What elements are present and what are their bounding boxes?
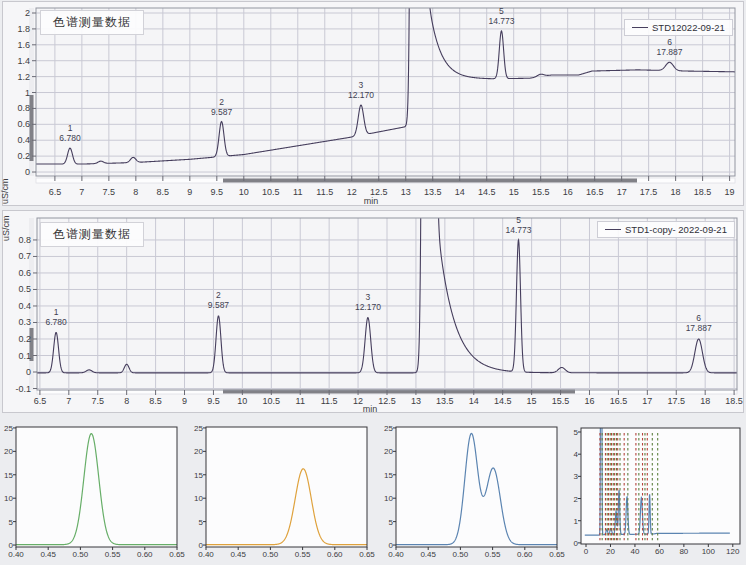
svg-text:14.773: 14.773 [505, 225, 531, 235]
chart-1-title: 色谱测量数据 [40, 10, 144, 35]
svg-text:0: 0 [9, 541, 14, 550]
svg-text:2: 2 [574, 495, 579, 504]
svg-text:8.5: 8.5 [157, 187, 170, 197]
h-scrollbar[interactable] [36, 178, 735, 183]
svg-text:0.65: 0.65 [549, 550, 565, 559]
svg-text:20: 20 [606, 547, 615, 556]
svg-text:0.7: 0.7 [18, 251, 31, 261]
svg-text:0.5: 0.5 [18, 284, 31, 294]
svg-text:9: 9 [182, 396, 187, 406]
svg-text:-0.1: -0.1 [15, 384, 31, 394]
mini-plot-markers-canvas: 020406080100120012345 [570, 420, 746, 565]
svg-text:4: 4 [574, 450, 579, 459]
svg-text:5: 5 [9, 518, 14, 527]
svg-text:10: 10 [239, 187, 249, 197]
svg-text:9.5: 9.5 [211, 187, 224, 197]
y-axis-unit-label: uS/cm [0, 178, 10, 204]
svg-text:12: 12 [353, 396, 363, 406]
svg-text:14.5: 14.5 [494, 396, 512, 406]
svg-text:17: 17 [617, 187, 627, 197]
svg-text:5: 5 [499, 6, 504, 16]
svg-text:19: 19 [725, 187, 735, 197]
mini-plot-green-canvas: 0.400.450.500.550.600.650510152025 [0, 420, 190, 565]
svg-text:0.3: 0.3 [18, 317, 31, 327]
svg-text:7: 7 [66, 396, 71, 406]
svg-text:16: 16 [563, 187, 573, 197]
h-scrollbar-thumb[interactable] [223, 179, 637, 183]
x-axis-unit-label: min [363, 404, 378, 414]
svg-text:17.5: 17.5 [640, 187, 658, 197]
svg-text:7.5: 7.5 [91, 396, 104, 406]
svg-text:60: 60 [655, 547, 664, 556]
svg-text:0.4: 0.4 [17, 135, 30, 145]
svg-text:0.65: 0.65 [169, 550, 185, 559]
svg-text:3: 3 [574, 472, 579, 481]
svg-text:0.55: 0.55 [295, 550, 311, 559]
svg-text:15: 15 [527, 396, 537, 406]
svg-text:0.60: 0.60 [327, 550, 343, 559]
svg-text:8.5: 8.5 [149, 396, 162, 406]
svg-text:10: 10 [194, 494, 203, 503]
svg-text:0.45: 0.45 [420, 550, 436, 559]
svg-text:14.773: 14.773 [488, 16, 514, 26]
svg-text:11.5: 11.5 [321, 396, 338, 406]
svg-text:9: 9 [187, 187, 192, 197]
svg-text:1: 1 [68, 123, 73, 133]
svg-text:10: 10 [237, 396, 247, 406]
svg-text:0: 0 [25, 167, 30, 177]
svg-text:5: 5 [574, 428, 579, 437]
app-root: { "app": { "background": "#ecedf0", "pan… [0, 0, 746, 565]
svg-text:20: 20 [4, 447, 13, 456]
chart-2-title: 色谱测量数据 [40, 222, 144, 247]
svg-text:0.55: 0.55 [485, 550, 501, 559]
svg-text:12.5: 12.5 [378, 396, 396, 406]
svg-text:17: 17 [642, 396, 652, 406]
svg-text:120: 120 [726, 547, 740, 556]
svg-text:18.5: 18.5 [694, 187, 712, 197]
svg-text:13.5: 13.5 [424, 187, 442, 197]
svg-text:0.60: 0.60 [137, 550, 153, 559]
chart-2-legend: STD1-copy- 2022-09-21 [597, 221, 735, 238]
svg-text:7.5: 7.5 [103, 187, 116, 197]
svg-text:5: 5 [516, 215, 521, 225]
svg-text:10: 10 [384, 494, 393, 503]
svg-text:3: 3 [366, 292, 371, 302]
svg-text:0.8: 0.8 [17, 103, 30, 113]
svg-text:6.780: 6.780 [45, 317, 67, 327]
svg-text:15: 15 [384, 471, 393, 480]
svg-text:1: 1 [25, 88, 30, 98]
svg-text:16.5: 16.5 [586, 187, 604, 197]
svg-text:0.65: 0.65 [359, 550, 375, 559]
svg-text:1: 1 [54, 307, 59, 317]
svg-text:0.4: 0.4 [18, 301, 31, 311]
svg-text:6.5: 6.5 [49, 187, 62, 197]
svg-text:8: 8 [133, 187, 138, 197]
mini-plot-sum-canvas: 0.400.450.500.550.600.650510152025 [380, 420, 570, 565]
y-axis-unit-label: uS/cm [1, 215, 11, 241]
svg-text:15: 15 [4, 471, 13, 480]
svg-text:25: 25 [194, 424, 203, 433]
svg-text:12.170: 12.170 [355, 302, 381, 312]
svg-text:40: 40 [630, 547, 639, 556]
chart-1-legend-line-sample [632, 27, 648, 28]
svg-text:5: 5 [199, 518, 204, 527]
svg-text:0.50: 0.50 [73, 550, 89, 559]
svg-text:0.40: 0.40 [8, 550, 24, 559]
svg-text:11.5: 11.5 [316, 187, 333, 197]
svg-text:3: 3 [359, 80, 364, 90]
svg-text:14: 14 [469, 396, 479, 406]
v-scrollbar-thumb[interactable] [30, 95, 34, 161]
svg-text:25: 25 [384, 424, 393, 433]
svg-text:9.5: 9.5 [207, 396, 220, 406]
svg-text:0.50: 0.50 [453, 550, 469, 559]
svg-text:1.4: 1.4 [17, 56, 30, 66]
svg-text:0.40: 0.40 [198, 550, 214, 559]
svg-text:17.887: 17.887 [657, 47, 683, 57]
svg-text:0.6: 0.6 [17, 119, 30, 129]
svg-text:9.587: 9.587 [208, 300, 230, 310]
svg-text:13: 13 [401, 187, 411, 197]
svg-text:18: 18 [700, 396, 710, 406]
svg-text:1: 1 [574, 517, 579, 526]
mini-plot-orange-canvas: 0.400.450.500.550.600.650510152025 [190, 420, 380, 565]
svg-text:2: 2 [25, 8, 30, 18]
